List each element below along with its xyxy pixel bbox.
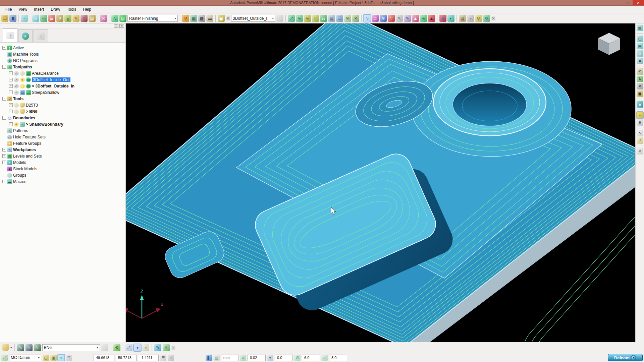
simulation-tool-combo[interactable]: BN6 ▾ (42, 344, 100, 351)
expand-toggle[interactable]: + (2, 154, 6, 158)
menu-view[interactable]: View (15, 6, 31, 12)
pattern-edit-icon[interactable] (72, 15, 79, 22)
check-icon[interactable] (14, 71, 19, 76)
swirl-flag-icon[interactable] (304, 15, 311, 22)
machine-tool-icon[interactable] (637, 25, 643, 31)
expand-toggle[interactable]: + (9, 71, 13, 75)
tree-item-machine-tools[interactable]: Machine Tools (1, 51, 125, 57)
grid-icon[interactable] (66, 355, 72, 361)
tool-table-icon[interactable] (190, 15, 197, 22)
rapid-heights-icon[interactable] (48, 15, 55, 22)
minimize-button[interactable]: – (612, 0, 623, 5)
tree-item-models[interactable]: + Models (1, 159, 125, 166)
chevron-down-icon[interactable]: ▾ (269, 17, 274, 20)
statistics-table-icon[interactable] (328, 15, 335, 22)
tree-item-groups[interactable]: Groups (1, 172, 125, 178)
refresh-view-icon[interactable] (637, 76, 643, 82)
block-3d-icon[interactable] (637, 101, 643, 108)
swirl-green-icon[interactable] (420, 15, 427, 22)
feed-rate-icon[interactable] (40, 15, 47, 22)
menu-draw[interactable]: Draw (47, 6, 63, 12)
bulb-rays-icon[interactable] (20, 77, 25, 82)
tool-bowtie-icon[interactable] (100, 15, 107, 22)
tree-item-boundaries[interactable]: - Boundaries (1, 115, 125, 121)
cursor-help-icon[interactable] (637, 137, 643, 144)
verify-spreadsheet-icon[interactable] (320, 15, 327, 22)
expand-toggle[interactable]: + (9, 84, 13, 88)
menu-insert[interactable]: Insert (31, 6, 47, 12)
expand-toggle[interactable]: - (2, 97, 6, 101)
units-field[interactable]: mm (221, 355, 238, 361)
ruler-icon[interactable] (213, 355, 220, 361)
toolpath-lines-icon[interactable] (364, 15, 371, 22)
tree-item-3doffset-outside-in[interactable]: + > 3Doffset_Outside_In (1, 83, 125, 89)
coord-y-field[interactable]: 59.7218 (116, 355, 137, 361)
bulb-on-icon[interactable] (20, 84, 25, 88)
cube-iso-icon[interactable] (50, 355, 57, 361)
tab-vortex-globe[interactable]: ◐ (18, 29, 33, 42)
tree-item-stock-models[interactable]: Stock Models (1, 166, 125, 172)
copy-pages-icon[interactable] (336, 15, 343, 22)
zoom-box-icon[interactable] (637, 90, 643, 97)
tree-item-workplanes[interactable]: + Workplanes (1, 146, 125, 153)
cube-top-icon[interactable] (43, 355, 49, 361)
pencil-pair-icon[interactable] (404, 15, 411, 22)
maximize-button[interactable]: □ (623, 0, 633, 5)
simulation-1-icon[interactable] (17, 344, 24, 351)
menu-tools[interactable]: Tools (63, 6, 79, 12)
clamp-tool-icon[interactable] (312, 15, 319, 22)
toolbox-close-icon[interactable] (226, 16, 230, 20)
tree-item-shallowboundary[interactable]: + > ShallowBoundary (1, 121, 125, 127)
nc-program-icon[interactable] (296, 15, 303, 22)
toolpath-strategy-icon[interactable] (111, 15, 118, 22)
thickness-field[interactable]: 0.0 (275, 355, 293, 361)
tool-dropdown-icon[interactable] (2, 344, 9, 351)
menu-file[interactable]: File (2, 6, 15, 12)
cone-pencil-icon[interactable] (412, 15, 419, 22)
dashed-cube-icon[interactable] (637, 43, 643, 49)
coord-x-field[interactable]: 49.6618 (94, 355, 114, 361)
lollipop-pencil-icon[interactable] (142, 344, 149, 351)
pick-cursor-icon[interactable] (396, 15, 403, 22)
close-button[interactable]: ✕ (633, 0, 644, 5)
green-pencil-icon[interactable] (113, 344, 120, 351)
panel-float-icon[interactable]: ❐ (114, 24, 118, 28)
tab-explorer-tree[interactable]: ├ (3, 28, 17, 42)
check-icon[interactable] (14, 84, 19, 88)
raster-leads-icon[interactable] (119, 15, 126, 22)
wireframe-sphere-icon[interactable] (637, 119, 643, 126)
view-cube[interactable] (598, 33, 620, 55)
tree-item-levels-and-sets[interactable]: + Levels and Sets (1, 153, 125, 159)
workplane-icon[interactable] (1, 355, 8, 361)
tool-axes-icon[interactable] (125, 344, 132, 351)
tree-item-active[interactable]: + Active (1, 45, 125, 51)
tip-radius-field[interactable]: 3.0 (329, 355, 347, 361)
tree-item-nc-programs[interactable]: NC Programs (1, 57, 125, 64)
numeric-input-icon[interactable] (206, 15, 213, 22)
circular-boss[interactable] (412, 61, 571, 157)
cube-z-icon[interactable] (58, 355, 64, 361)
expand-toggle[interactable]: - (2, 116, 6, 120)
expand-toggle[interactable]: + (9, 90, 13, 94)
close-small-icon[interactable] (171, 346, 175, 350)
check-icon[interactable] (14, 77, 19, 82)
toolbar-more-close-icon[interactable] (491, 16, 495, 20)
multicolour-cube-icon[interactable] (637, 58, 643, 64)
half-sphere-icon[interactable] (467, 15, 474, 22)
stack-pages-icon[interactable] (459, 15, 466, 22)
expand-toggle[interactable]: + (2, 46, 6, 50)
expand-toggle[interactable]: + (2, 148, 6, 152)
active-toolpath-combo[interactable]: 3Doffset_Outside_I ▾ (231, 15, 275, 22)
simulation-3-icon[interactable] (34, 344, 41, 351)
refresh-check-icon[interactable] (483, 15, 490, 22)
expand-toggle[interactable]: + (9, 78, 13, 81)
tree-item-tools[interactable]: - Tools (1, 96, 125, 102)
tree-item-d25t3[interactable]: + D25T3 (1, 102, 125, 108)
cut-x-icon[interactable] (352, 15, 359, 22)
boundary-create-icon[interactable] (372, 15, 379, 22)
block-icon[interactable] (32, 15, 39, 22)
graphics-viewport[interactable]: Z Y X (126, 23, 635, 342)
cut-scissors-icon[interactable] (163, 344, 170, 351)
tree-item-feature-groups[interactable]: Feature Groups (1, 140, 125, 146)
tree-item-macros[interactable]: + Macros (1, 178, 125, 185)
